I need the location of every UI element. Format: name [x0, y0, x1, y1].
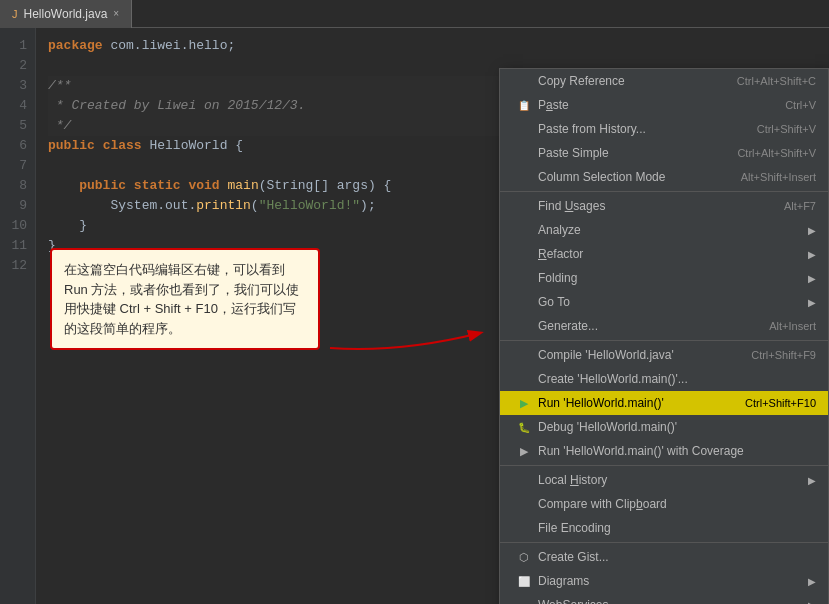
menu-label: Folding: [538, 271, 577, 285]
menu-item-paste-simple[interactable]: Paste Simple Ctrl+Alt+Shift+V: [500, 141, 828, 165]
submenu-arrow: ▶: [808, 273, 816, 284]
menu-label: Paste from History...: [538, 122, 646, 136]
menu-label: Find Usages: [538, 199, 605, 213]
paste-icon: [516, 100, 532, 111]
tab-label: HelloWorld.java: [24, 7, 108, 21]
menu-item-create-main[interactable]: Create 'HelloWorld.main()'...: [500, 367, 828, 391]
menu-label: Compile 'HelloWorld.java': [538, 348, 674, 362]
coverage-icon: [516, 445, 532, 458]
callout-annotation: 在这篇空白代码编辑区右键，可以看到 Run 方法，或者你也看到了，我们可以使用快…: [50, 248, 320, 350]
menu-shortcut: Alt+Insert: [769, 320, 816, 332]
menu-label: Generate...: [538, 319, 598, 333]
menu-label: Paste Simple: [538, 146, 609, 160]
tab-bar: J HelloWorld.java ×: [0, 0, 829, 28]
tab-close-button[interactable]: ×: [113, 8, 119, 19]
menu-shortcut: Ctrl+Alt+Shift+C: [737, 75, 816, 87]
menu-item-goto[interactable]: Go To ▶: [500, 290, 828, 314]
gist-icon: [516, 551, 532, 564]
editor-area: 1 2 3 4 5 6 7 8 9 10 11 12 package com.l…: [0, 28, 829, 604]
menu-label: File Encoding: [538, 521, 611, 535]
debug-icon: [516, 422, 532, 433]
menu-label: Diagrams: [538, 574, 589, 588]
menu-separator: [500, 542, 828, 543]
menu-separator: [500, 465, 828, 466]
menu-separator: [500, 340, 828, 341]
submenu-arrow: ▶: [808, 576, 816, 587]
menu-label: Debug 'HelloWorld.main()': [538, 420, 677, 434]
menu-separator: [500, 191, 828, 192]
submenu-arrow: ▶: [808, 600, 816, 605]
menu-item-local-history[interactable]: Local History ▶: [500, 468, 828, 492]
code-line: package com.liwei.hello;: [48, 36, 817, 56]
menu-item-paste-history[interactable]: Paste from History... Ctrl+Shift+V: [500, 117, 828, 141]
line-number: 5: [8, 116, 27, 136]
menu-shortcut: Alt+F7: [784, 200, 816, 212]
line-number: 6: [8, 136, 27, 156]
line-number: 9: [8, 196, 27, 216]
menu-item-compare-clipboard[interactable]: Compare with Clipboard: [500, 492, 828, 516]
menu-item-paste[interactable]: Paste Ctrl+V: [500, 93, 828, 117]
menu-shortcut: Alt+Shift+Insert: [741, 171, 816, 183]
menu-shortcut: Ctrl+Shift+F9: [751, 349, 816, 361]
menu-shortcut: Ctrl+V: [785, 99, 816, 111]
line-number: 1: [8, 36, 27, 56]
menu-item-refactor[interactable]: Refactor ▶: [500, 242, 828, 266]
menu-item-copy-reference[interactable]: Copy Reference Ctrl+Alt+Shift+C: [500, 69, 828, 93]
callout-text: 在这篇空白代码编辑区右键，可以看到 Run 方法，或者你也看到了，我们可以使用快…: [64, 262, 299, 336]
submenu-arrow: ▶: [808, 249, 816, 260]
menu-label: Column Selection Mode: [538, 170, 665, 184]
line-number: 10: [8, 216, 27, 236]
submenu-arrow: ▶: [808, 297, 816, 308]
callout-arrow: [320, 308, 500, 365]
editor-tab[interactable]: J HelloWorld.java ×: [0, 0, 132, 28]
submenu-arrow: ▶: [808, 225, 816, 236]
menu-label: Refactor: [538, 247, 583, 261]
menu-item-debug-main[interactable]: Debug 'HelloWorld.main()': [500, 415, 828, 439]
menu-item-run-main[interactable]: Run 'HelloWorld.main()' Ctrl+Shift+F10: [500, 391, 828, 415]
line-number: 12: [8, 256, 27, 276]
menu-item-create-gist[interactable]: Create Gist...: [500, 545, 828, 569]
menu-shortcut: Ctrl+Shift+V: [757, 123, 816, 135]
menu-label: Run 'HelloWorld.main()': [538, 396, 664, 410]
run-icon: [516, 397, 532, 409]
menu-item-compile[interactable]: Compile 'HelloWorld.java' Ctrl+Shift+F9: [500, 343, 828, 367]
menu-item-column-selection[interactable]: Column Selection Mode Alt+Shift+Insert: [500, 165, 828, 189]
menu-label: Create Gist...: [538, 550, 609, 564]
java-file-icon: J: [12, 8, 18, 20]
menu-item-analyze[interactable]: Analyze ▶: [500, 218, 828, 242]
line-number: 3: [8, 76, 27, 96]
menu-item-webservices[interactable]: WebServices ▶: [500, 593, 828, 604]
menu-label: Paste: [538, 98, 569, 112]
line-number: 7: [8, 156, 27, 176]
menu-label: WebServices: [538, 598, 608, 604]
line-numbers: 1 2 3 4 5 6 7 8 9 10 11 12: [0, 28, 36, 604]
menu-label: Run 'HelloWorld.main()' with Coverage: [538, 444, 744, 458]
menu-item-diagrams[interactable]: Diagrams ▶: [500, 569, 828, 593]
menu-shortcut: Ctrl+Alt+Shift+V: [737, 147, 816, 159]
menu-item-run-coverage[interactable]: Run 'HelloWorld.main()' with Coverage: [500, 439, 828, 463]
diagrams-icon: [516, 576, 532, 587]
menu-item-folding[interactable]: Folding ▶: [500, 266, 828, 290]
menu-label: Compare with Clipboard: [538, 497, 667, 511]
menu-label: Local History: [538, 473, 607, 487]
menu-label: Analyze: [538, 223, 581, 237]
line-number: 8: [8, 176, 27, 196]
menu-shortcut: Ctrl+Shift+F10: [745, 397, 816, 409]
menu-item-file-encoding[interactable]: File Encoding: [500, 516, 828, 540]
context-menu: Copy Reference Ctrl+Alt+Shift+C Paste Ct…: [499, 68, 829, 604]
menu-item-generate[interactable]: Generate... Alt+Insert: [500, 314, 828, 338]
line-number: 2: [8, 56, 27, 76]
submenu-arrow: ▶: [808, 475, 816, 486]
menu-label: Go To: [538, 295, 570, 309]
line-number: 11: [8, 236, 27, 256]
menu-label: Create 'HelloWorld.main()'...: [538, 372, 688, 386]
menu-item-find-usages[interactable]: Find Usages Alt+F7: [500, 194, 828, 218]
line-number: 4: [8, 96, 27, 116]
menu-label: Copy Reference: [538, 74, 625, 88]
